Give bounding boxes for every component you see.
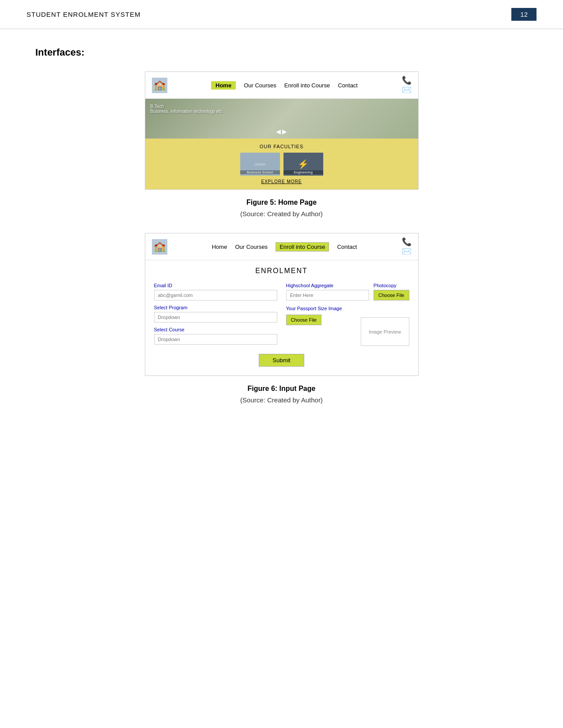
sim-hero-controls[interactable]: ◀ ▶ bbox=[276, 128, 287, 135]
sim-hero-text: B.Tech Business, information technology … bbox=[151, 104, 223, 114]
sim-nav-enroll-2[interactable]: Enroll into Course bbox=[276, 242, 329, 251]
figure5-screenshot: 🏫 Home Our Courses Enroll into Course Co… bbox=[145, 71, 419, 190]
phone-icon: 📞 bbox=[402, 75, 412, 85]
enrolment-form: ENROLMENT Email ID Select Program Select… bbox=[145, 260, 418, 375]
email-label: Email ID bbox=[154, 283, 277, 288]
sim-faculty-label-business: Business School bbox=[240, 170, 280, 174]
email-icon: ✉️ bbox=[402, 85, 412, 95]
sim-nav-contact-1[interactable]: Contact bbox=[338, 82, 358, 89]
phone-icon-2: 📞 bbox=[402, 237, 412, 247]
main-content: Interfaces: 🏫 Home Our Courses Enroll in… bbox=[0, 29, 563, 437]
choose-file-button-2[interactable]: Choose File bbox=[286, 315, 322, 325]
sim-faculties-title: OUR FACULTIES bbox=[151, 144, 413, 149]
sim-nav-icons-2: 📞 ✉️ bbox=[402, 237, 412, 256]
sim-logo-1: 🏫 bbox=[152, 78, 167, 93]
page-number: 12 bbox=[511, 8, 537, 21]
sim-nav-links-1: Home Our Courses Enroll into Course Cont… bbox=[167, 81, 402, 90]
sim-navbar-2: 🏫 Home Our Courses Enroll into Course Co… bbox=[145, 233, 418, 260]
figure5-caption: Figure 5: Home Page bbox=[35, 199, 528, 206]
passport-row: Choose File Image Preview bbox=[286, 315, 409, 346]
sim-nav-enroll-1[interactable]: Enroll into Course bbox=[284, 82, 330, 89]
submit-button[interactable]: Submit bbox=[259, 354, 304, 367]
image-preview-box: Image Preview bbox=[361, 317, 409, 346]
sim-navbar-1: 🏫 Home Our Courses Enroll into Course Co… bbox=[145, 72, 418, 99]
sim-hero-title: B.Tech bbox=[151, 104, 223, 109]
document-title: STUDENT ENROLMENT SYSTEM bbox=[26, 11, 140, 18]
aggregate-input[interactable] bbox=[286, 290, 369, 300]
form-left-column: Email ID Select Program Select Course bbox=[154, 283, 277, 346]
choose-file-button-1[interactable]: Choose File bbox=[374, 290, 409, 300]
figure5-source: (Source: Created by Author) bbox=[35, 210, 528, 218]
figure6-screenshot: 🏫 Home Our Courses Enroll into Course Co… bbox=[145, 233, 419, 376]
form-grid: Email ID Select Program Select Course Hi… bbox=[154, 283, 409, 346]
section-heading: Interfaces: bbox=[35, 47, 528, 58]
sim-hero-banner: B.Tech Business, information technology … bbox=[145, 99, 418, 139]
sim-logo-2: 🏫 bbox=[152, 239, 167, 255]
page-header: STUDENT ENROLMENT SYSTEM 12 bbox=[0, 0, 563, 29]
sim-nav-icons-1: 📞 ✉️ bbox=[402, 75, 412, 95]
submit-area: Submit bbox=[154, 354, 409, 367]
email-input[interactable] bbox=[154, 290, 277, 300]
course-dropdown[interactable] bbox=[154, 334, 277, 345]
form-right-column: Highschool Aggregate Photocopy Choose Fi… bbox=[286, 283, 409, 346]
aggregate-photocopy-row: Highschool Aggregate Photocopy Choose Fi… bbox=[286, 283, 409, 300]
sim-nav-links-2: Home Our Courses Enroll into Course Cont… bbox=[167, 242, 402, 251]
photocopy-label: Photocopy bbox=[374, 283, 409, 288]
sim-nav-contact-2[interactable]: Contact bbox=[337, 244, 357, 250]
sim-nav-courses-2[interactable]: Our Courses bbox=[235, 244, 268, 250]
sim-nav-courses-1[interactable]: Our Courses bbox=[244, 82, 276, 89]
logo-icon-2: 🏫 bbox=[154, 241, 166, 252]
program-dropdown[interactable] bbox=[154, 312, 277, 323]
sim-faculties-section: OUR FACULTIES UNSW Business School ⚡ Eng… bbox=[145, 139, 418, 189]
photocopy-group: Photocopy Choose File bbox=[374, 283, 409, 300]
figure6-caption: Figure 6: Input Page bbox=[35, 385, 528, 393]
sim-faculties-images: UNSW Business School ⚡ Engineering bbox=[151, 153, 413, 176]
sim-hero-subtitle: Business, information technology etc bbox=[151, 109, 223, 114]
figure6-source: (Source: Created by Author) bbox=[35, 396, 528, 404]
sim-nav-home-1[interactable]: Home bbox=[211, 81, 236, 90]
sim-explore-link[interactable]: EXPLORE MORE bbox=[151, 179, 413, 184]
enrolment-title: ENROLMENT bbox=[154, 267, 409, 275]
course-label: Select Course bbox=[154, 327, 277, 332]
sim-nav-home-2[interactable]: Home bbox=[212, 244, 227, 250]
email-icon-2: ✉️ bbox=[402, 247, 412, 256]
sim-faculty-img-business: UNSW Business School bbox=[240, 153, 280, 176]
aggregate-group: Highschool Aggregate bbox=[286, 283, 369, 300]
sim-faculty-img-engineering: ⚡ Engineering bbox=[283, 153, 323, 176]
passport-label: Your Passport Size Image bbox=[286, 306, 409, 311]
logo-icon-1: 🏫 bbox=[154, 79, 166, 91]
aggregate-label: Highschool Aggregate bbox=[286, 283, 369, 288]
sim-faculty-label-engineering: Engineering bbox=[283, 170, 323, 174]
program-label: Select Program bbox=[154, 305, 277, 310]
